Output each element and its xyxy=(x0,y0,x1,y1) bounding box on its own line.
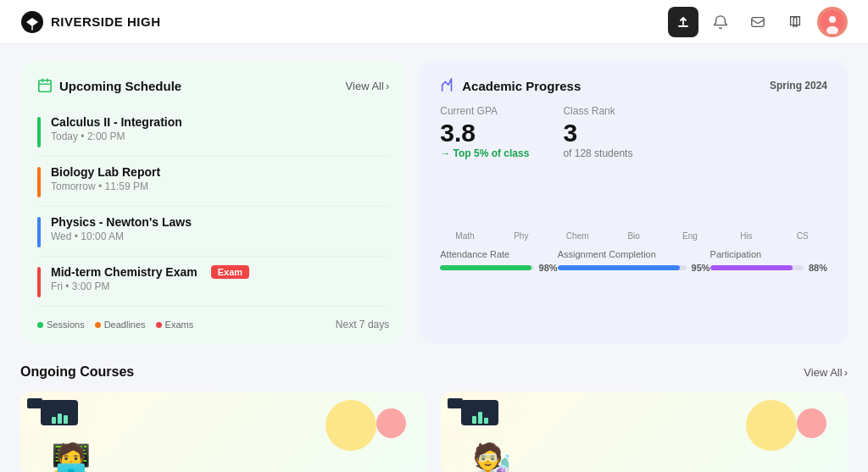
chart-screen-2 xyxy=(461,400,498,425)
attendance-bar-fill xyxy=(440,265,531,270)
svg-rect-1 xyxy=(752,17,764,26)
bar-column: Math xyxy=(440,228,489,241)
participation-bar-bg xyxy=(710,265,804,270)
participation-bar-fill xyxy=(710,265,793,270)
schedule-footer: Sessions Deadlines Exams Next 7 days xyxy=(37,319,389,330)
assignment-pct: 95% xyxy=(692,263,710,273)
participation-bar-row: 88% xyxy=(710,263,827,273)
course-card-1[interactable]: 🧑‍💻 xyxy=(20,391,427,472)
chart-icon xyxy=(440,78,455,93)
top-row: Upcoming Schedule View All › Calculus II… xyxy=(20,61,848,344)
rank-sub: of 128 students xyxy=(563,147,632,159)
book-icon xyxy=(787,14,803,30)
course-card-2[interactable]: 🧑‍🔬 xyxy=(441,391,848,472)
bar-label: CS xyxy=(797,231,809,241)
deco-circle-2 xyxy=(376,408,406,438)
schedule-text: Biology Lab Report Tomorrow • 11:59 PM xyxy=(51,165,389,192)
assignment-metric: Assignment Completion 95% xyxy=(558,249,710,273)
attendance-bar-row: 98% xyxy=(440,263,557,273)
item-name: Mid-term Chemistry Exam xyxy=(51,265,198,279)
stats-row: Current GPA 3.8 → Top 5% of class Class … xyxy=(440,105,827,159)
participation-pct: 88% xyxy=(809,263,827,273)
gpa-label: Current GPA xyxy=(440,105,529,117)
schedule-card: Upcoming Schedule View All › Calculus II… xyxy=(20,61,406,344)
course-cards: 🧑‍💻 🧑‍🔬 xyxy=(20,391,848,472)
schedule-text: Calculus II - Integration Today • 2:00 P… xyxy=(51,115,389,142)
schedule-view-all[interactable]: View All › xyxy=(346,80,390,92)
course-illustration-1: 🧑‍💻 xyxy=(20,391,427,472)
assignment-bar-row: 95% xyxy=(558,263,710,273)
schedule-item: Biology Lab Report Tomorrow • 11:59 PM xyxy=(37,157,389,207)
schedule-title: Upcoming Schedule xyxy=(37,78,181,93)
bar-column: His xyxy=(721,228,771,241)
bar6 xyxy=(484,418,488,424)
bar-label: His xyxy=(740,231,752,241)
bar-column: Eng xyxy=(665,228,715,241)
assignment-bar-bg xyxy=(558,265,687,270)
rank-stat: Class Rank 3 of 128 students xyxy=(563,105,632,159)
bar-label: Chem xyxy=(566,231,589,241)
gpa-stat: Current GPA 3.8 → Top 5% of class xyxy=(440,105,529,159)
sessions-dot xyxy=(37,322,43,328)
ongoing-view-all[interactable]: View All › xyxy=(804,366,848,379)
deadlines-dot xyxy=(95,322,101,328)
item-name: Physics - Newton's Laws xyxy=(51,215,389,229)
participation-label: Participation xyxy=(710,249,827,259)
schedule-text: Mid-term Chemistry Exam Exam Fri • 3:00 … xyxy=(51,265,389,292)
ongoing-section-header: Ongoing Courses View All › xyxy=(20,364,848,380)
metrics-row: Attendance Rate 98% Assignment Completio… xyxy=(440,249,827,273)
bar-label: Bio xyxy=(627,231,639,241)
progress-header: Academic Progress Spring 2024 xyxy=(440,78,827,93)
app-title: RIVERSIDE HIGH xyxy=(51,14,161,29)
rank-value: 3 xyxy=(563,120,632,146)
exam-indicator xyxy=(37,267,41,297)
header-actions xyxy=(668,7,848,37)
attendance-bar-bg xyxy=(440,265,533,270)
calendar-icon xyxy=(37,78,53,93)
logo-icon xyxy=(20,10,44,34)
legend-sessions: Sessions xyxy=(37,319,85,330)
figure-icon: 🧑‍💻 xyxy=(51,444,91,472)
bar-label: Math xyxy=(455,231,474,241)
bar-label: Eng xyxy=(682,231,698,241)
session-indicator-2 xyxy=(37,217,41,247)
bar-label: Phy xyxy=(514,231,528,241)
legend: Sessions Deadlines Exams xyxy=(37,319,193,330)
logo: RIVERSIDE HIGH xyxy=(20,10,161,34)
item-meta: Fri • 3:00 PM xyxy=(51,280,389,292)
legend-deadlines: Deadlines xyxy=(95,319,146,330)
mail-icon xyxy=(750,14,765,30)
item-meta: Wed • 10:00 AM xyxy=(51,230,389,242)
semester-badge: Spring 2024 xyxy=(770,80,827,92)
schedule-item: Mid-term Chemistry Exam Exam Fri • 3:00 … xyxy=(37,257,389,307)
ongoing-title: Ongoing Courses xyxy=(20,364,134,380)
upload-button[interactable] xyxy=(668,7,698,37)
assignment-label: Assignment Completion xyxy=(558,249,710,259)
svg-rect-5 xyxy=(39,81,51,92)
attendance-label: Attendance Rate xyxy=(440,249,557,259)
mail-button[interactable] xyxy=(743,7,773,37)
academic-progress-card: Academic Progress Spring 2024 Current GP… xyxy=(420,61,848,344)
header: RIVERSIDE HIGH xyxy=(0,0,868,44)
bar-column: Phy xyxy=(497,228,546,241)
bar3 xyxy=(64,415,68,424)
notification-button[interactable] xyxy=(705,7,736,37)
exam-badge: Exam xyxy=(211,265,249,279)
bar4 xyxy=(472,416,476,424)
bell-icon xyxy=(713,14,728,30)
avatar[interactable] xyxy=(817,7,848,37)
session-indicator xyxy=(37,117,41,147)
bar1 xyxy=(52,417,56,424)
schedule-header: Upcoming Schedule View All › xyxy=(37,78,389,93)
schedule-item: Physics - Newton's Laws Wed • 10:00 AM xyxy=(37,207,389,257)
schedule-text: Physics - Newton's Laws Wed • 10:00 AM xyxy=(51,215,389,242)
attendance-metric: Attendance Rate 98% xyxy=(440,249,557,273)
avatar-icon xyxy=(821,10,844,34)
item-meta: Tomorrow • 11:59 PM xyxy=(51,180,389,192)
book-button[interactable] xyxy=(780,7,810,37)
legend-exams: Exams xyxy=(156,319,194,330)
progress-title: Academic Progress xyxy=(440,78,581,93)
rank-label: Class Rank xyxy=(563,105,632,117)
item-meta: Today • 2:00 PM xyxy=(51,130,389,142)
gpa-sub: → Top 5% of class xyxy=(440,147,529,159)
